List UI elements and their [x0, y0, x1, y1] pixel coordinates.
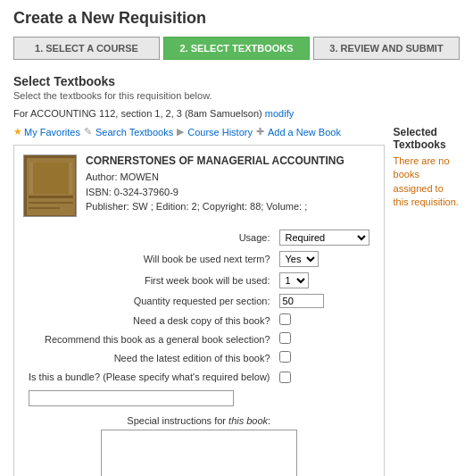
book-header: CORNERSTONES OF MANAGERIAL ACCOUNTING Au…	[23, 154, 375, 217]
bundle-checkbox[interactable]	[279, 372, 291, 383]
svg-point-2	[33, 164, 69, 191]
my-favorites-link[interactable]: My Favorites	[24, 127, 80, 138]
quantity-row: Quantity requested per section:	[25, 292, 373, 310]
first-week-label: First week book will be used:	[25, 271, 274, 290]
special-instructions-row: Special instructions for this book:	[25, 410, 373, 476]
bundle-text-input[interactable]	[29, 390, 234, 406]
desk-copy-label: Need a desk copy of this book?	[25, 312, 274, 329]
usage-label: Usage:	[25, 228, 274, 247]
first-week-select[interactable]: 1 2 3	[279, 272, 309, 288]
quantity-label: Quantity requested per section:	[25, 292, 274, 310]
book-thumbnail	[23, 154, 77, 217]
add-new-book-link[interactable]: Add a New Book	[268, 127, 341, 138]
next-term-select[interactable]: Yes No	[279, 251, 319, 267]
section-subtitle: Select the textbooks for this requisitio…	[0, 90, 473, 101]
search-textbooks-link[interactable]: Search Textbooks	[95, 127, 173, 138]
book-info: CORNERSTONES OF MANAGERIAL ACCOUNTING Au…	[86, 154, 375, 217]
svg-rect-3	[29, 196, 73, 198]
usage-row: Usage: Required Optional Recommended	[25, 228, 373, 247]
bundle-text-row	[25, 388, 373, 408]
modify-link[interactable]: modify	[265, 108, 294, 119]
quantity-input[interactable]	[279, 294, 324, 308]
section-title: Select Textbooks	[0, 74, 473, 88]
general-book-label: Recommend this book as a general book se…	[25, 330, 274, 347]
sidebar-empty-message: There are no books assigned to this requ…	[394, 154, 460, 210]
course-info: For ACCOUNTING 112, section 1, 2, 3 (8am…	[0, 108, 473, 119]
star-icon: ★	[13, 126, 22, 138]
sidebar: Selected Textbooks There are no books as…	[394, 126, 460, 476]
toolbar-links: ★ My Favorites ✎ Search Textbooks ▶ Cour…	[13, 126, 385, 138]
special-instructions-label: Special instructions for this book:	[29, 415, 369, 426]
svg-rect-5	[29, 207, 60, 209]
svg-rect-4	[29, 202, 73, 204]
latest-edition-row: Need the latest edition of this book?	[25, 349, 373, 366]
book-title: CORNERSTONES OF MANAGERIAL ACCOUNTING	[86, 154, 375, 167]
course-history-link[interactable]: Course History	[187, 127, 253, 138]
special-instructions-textarea[interactable]	[101, 430, 297, 476]
latest-edition-label: Need the latest edition of this book?	[25, 349, 274, 366]
book-isbn: ISBN: 0-324-37960-9	[86, 185, 375, 200]
page-title: Create a New Requisition	[13, 9, 460, 28]
book-form: Usage: Required Optional Recommended Wil…	[23, 226, 375, 476]
step-2[interactable]: 2. Select Textbooks	[163, 37, 310, 60]
next-term-label: Will book be used next term?	[25, 249, 274, 269]
first-week-value: 1 2 3	[276, 271, 373, 290]
bundle-row: Is this a bundle? (Please specify what's…	[25, 368, 373, 387]
first-week-row: First week book will be used: 1 2 3	[25, 271, 373, 290]
sidebar-title: Selected Textbooks	[394, 126, 460, 151]
latest-edition-checkbox[interactable]	[279, 351, 291, 363]
general-book-checkbox[interactable]	[279, 332, 291, 344]
usage-select[interactable]: Required Optional Recommended	[279, 230, 369, 246]
step-3[interactable]: 3. Review and Submit	[313, 37, 460, 60]
step-1[interactable]: 1. Select a Course	[13, 37, 160, 60]
book-publisher: Publisher: SW ; Edition: 2; Copyright: 8…	[86, 199, 375, 214]
general-book-row: Recommend this book as a general book se…	[25, 330, 373, 347]
next-term-row: Will book be used next term? Yes No	[25, 249, 373, 269]
desk-copy-checkbox[interactable]	[279, 313, 291, 325]
usage-value: Required Optional Recommended	[276, 228, 373, 247]
main-content: ★ My Favorites ✎ Search Textbooks ▶ Cour…	[13, 126, 385, 476]
svg-rect-1	[27, 158, 75, 215]
steps-bar: 1. Select a Course 2. Select Textbooks 3…	[13, 37, 460, 60]
bundle-label: Is this a bundle? (Please specify what's…	[25, 368, 274, 387]
next-term-value: Yes No	[276, 249, 373, 269]
book-card: CORNERSTONES OF MANAGERIAL ACCOUNTING Au…	[13, 145, 385, 476]
desk-copy-row: Need a desk copy of this book?	[25, 312, 373, 329]
book-author: Author: MOWEN	[86, 170, 375, 185]
